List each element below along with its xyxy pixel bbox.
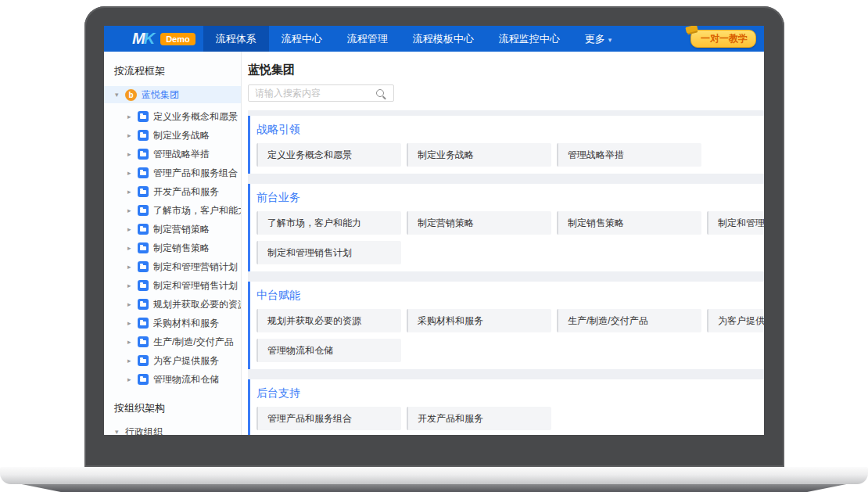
tree-item[interactable]: ▸ 开发产品和服务 [104, 182, 241, 201]
tree-collapsed-icon[interactable]: ▸ [127, 282, 138, 289]
tree-collapsed-icon[interactable]: ▸ [127, 357, 138, 365]
tree-collapsed-icon[interactable]: ▸ [127, 150, 138, 158]
search-input[interactable] [249, 88, 376, 99]
promo-badge[interactable]: 一对一教学 [690, 30, 756, 48]
tree-item[interactable]: ▸ 规划并获取必要的资源 [104, 295, 241, 314]
tree-node-company[interactable]: ▾ b 蓝悦集团 [104, 86, 241, 103]
laptop-base [0, 467, 868, 484]
section-title: 战略引领 [256, 123, 764, 136]
logo-letter-k: K [144, 30, 155, 48]
process-card[interactable]: 制定和管理营销计划 [707, 211, 764, 235]
nav-item[interactable]: 更多▾ [572, 26, 625, 52]
app-body: 按流程框架 ▾ b 蓝悦集团 ▸ 定义业务概念和愿景 ▸ 制定业务战略 ▸ 管理… [104, 52, 764, 435]
process-card[interactable]: 采购材料和服务 [407, 309, 551, 332]
tree-item[interactable]: ▸ 定义业务概念和愿景 [104, 107, 241, 126]
tree-collapsed-icon[interactable]: ▸ [127, 206, 138, 214]
sidebar-org-header: 按组织架构 [114, 401, 241, 415]
tree-collapsed-icon[interactable]: ▸ [127, 263, 138, 271]
card-row: 管理物流和仓储 [256, 339, 764, 362]
process-card[interactable]: 为客户提供服务 [707, 309, 764, 332]
main-header: 蓝悦集团 [242, 52, 764, 110]
sidebar-process-header: 按流程框架 [114, 64, 241, 78]
tree-item[interactable]: ▸ 制定营销策略 [104, 220, 241, 239]
folder-icon [138, 130, 149, 141]
nav-item[interactable]: 流程监控中心 [486, 26, 572, 52]
section-title: 后台支持 [256, 386, 764, 400]
company-icon: b [125, 89, 137, 101]
tree-collapsed-icon[interactable]: ▸ [127, 188, 138, 196]
tree-item[interactable]: ▸ 为客户提供服务 [104, 351, 241, 370]
process-card[interactable]: 管理物流和仓储 [256, 339, 401, 362]
folder-icon [138, 111, 149, 122]
folder-icon [138, 299, 149, 310]
laptop-base-edge [0, 484, 868, 492]
process-card[interactable]: 制定和管理销售计划 [256, 241, 401, 264]
logo-letter-m: M [132, 30, 144, 48]
process-card[interactable]: 管理产品和服务组合 [256, 407, 401, 430]
tree-collapsed-icon[interactable]: ▸ [127, 375, 138, 383]
nav-item[interactable]: 流程管理 [335, 26, 400, 52]
tree-expanded-icon[interactable]: ▾ [115, 91, 125, 99]
card-row: 规划并获取必要的资源采购材料和服务生产/制造/交付产品为客户提供服务 [256, 309, 764, 332]
tree-item[interactable]: ▸ 制定业务战略 [104, 126, 241, 145]
tree-item[interactable]: ▸ 制定和管理营销计划 [104, 257, 241, 276]
tree-item[interactable]: ▸ 管理战略举措 [104, 145, 241, 163]
process-section: 后台支持 管理产品和服务组合开发产品和服务 [248, 379, 764, 435]
folder-icon [138, 167, 149, 178]
app-logo[interactable]: M K Demo [132, 30, 195, 48]
search-icon[interactable] [376, 89, 384, 97]
tree-collapsed-icon[interactable]: ▸ [127, 169, 138, 177]
tree-collapsed-icon[interactable]: ▸ [127, 300, 138, 308]
section-title: 中台赋能 [256, 289, 764, 302]
process-card[interactable]: 定义业务概念和愿景 [256, 143, 401, 167]
tree-item[interactable]: ▸ 制定销售策略 [104, 239, 241, 257]
process-card[interactable]: 生产/制造/交付产品 [557, 309, 701, 332]
folder-icon [138, 224, 149, 235]
folder-icon [138, 374, 149, 385]
top-nav: M K Demo 流程体系流程中心流程管理流程模板中心流程监控中心更多▾ 一对一… [104, 26, 764, 52]
nav-item[interactable]: 流程模板中心 [400, 26, 486, 52]
process-card[interactable]: 制定销售策略 [557, 211, 701, 235]
card-row: 制定和管理销售计划 [256, 241, 764, 264]
tree-collapsed-icon[interactable]: ▸ [127, 113, 138, 120]
tree-collapsed-icon[interactable]: ▸ [127, 319, 138, 327]
tree-item[interactable]: ▸ 了解市场，客户和能力 [104, 201, 241, 220]
tree-collapsed-icon[interactable]: ▸ [127, 225, 138, 233]
search-box [248, 84, 394, 102]
folder-icon [138, 280, 149, 291]
folder-icon [138, 205, 149, 216]
tree-item[interactable]: ▸ 生产/制造/交付产品 [104, 332, 241, 351]
card-row: 管理产品和服务组合开发产品和服务 [256, 407, 764, 430]
tree-item[interactable]: ▸ 制定和管理销售计划 [104, 276, 241, 295]
process-card[interactable]: 了解市场，客户和能力 [256, 211, 401, 235]
app-window: M K Demo 流程体系流程中心流程管理流程模板中心流程监控中心更多▾ 一对一… [104, 26, 764, 435]
tree-item[interactable]: ▸ 采购材料和服务 [104, 314, 241, 332]
tree-collapsed-icon[interactable]: ▸ [127, 244, 138, 252]
process-section: 前台业务 了解市场，客户和能力制定营销策略制定销售策略制定和管理营销计划制定和管… [248, 184, 764, 271]
folder-icon [138, 261, 149, 272]
process-card[interactable]: 制定业务战略 [407, 143, 551, 167]
process-card[interactable]: 开发产品和服务 [407, 407, 551, 430]
tree-item[interactable]: ▸ 管理产品和服务组合 [104, 163, 241, 182]
tree-collapsed-icon[interactable]: ▸ [127, 131, 138, 139]
process-tree: ▸ 定义业务概念和愿景 ▸ 制定业务战略 ▸ 管理战略举措 ▸ 管理产品和服务组… [104, 107, 241, 389]
nav-item[interactable]: 流程体系 [203, 26, 269, 52]
sidebar: 按流程框架 ▾ b 蓝悦集团 ▸ 定义业务概念和愿景 ▸ 制定业务战略 ▸ 管理… [104, 52, 242, 435]
tree-expanded-icon[interactable]: ▾ [115, 428, 125, 435]
folder-icon [138, 242, 149, 253]
card-row: 定义业务概念和愿景制定业务战略管理战略举措 [256, 143, 764, 167]
card-row: 了解市场，客户和能力制定营销策略制定销售策略制定和管理营销计划 [256, 211, 764, 235]
nav-item[interactable]: 流程中心 [269, 26, 335, 52]
process-sections: 战略引领 定义业务概念和愿景制定业务战略管理战略举措 前台业务 了解市场，客户和… [248, 110, 764, 435]
main-content: 蓝悦集团 战略引领 定义业务概念和愿景制定业务战略管理战略举措 前台业务 了解市… [242, 52, 764, 435]
tree-node-label: 蓝悦集团 [142, 88, 179, 102]
process-card[interactable]: 管理战略举措 [557, 143, 701, 167]
tree-node-org[interactable]: ▾ 行政组织 [104, 423, 241, 435]
folder-icon [138, 149, 149, 160]
process-card[interactable]: 制定营销策略 [407, 211, 551, 235]
process-card[interactable]: 规划并获取必要的资源 [256, 309, 401, 332]
tree-item[interactable]: ▸ 管理物流和仓储 [104, 370, 241, 389]
folder-icon [138, 355, 149, 366]
page-title: 蓝悦集团 [248, 63, 764, 77]
tree-collapsed-icon[interactable]: ▸ [127, 338, 138, 346]
